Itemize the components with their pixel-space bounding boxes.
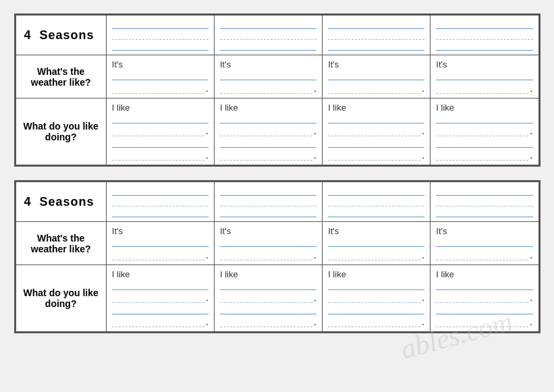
- line: [112, 197, 209, 206]
- line: [112, 318, 204, 327]
- line: [112, 281, 209, 290]
- weather2-col2: It's .: [214, 222, 322, 265]
- period: .: [206, 250, 209, 260]
- doing-col3: I like . .: [323, 99, 431, 165]
- season-header2-col1: [106, 182, 214, 222]
- prefix-text: I like: [220, 269, 316, 279]
- prefix-text: It's: [112, 226, 209, 236]
- season-header-col3: [323, 16, 431, 55]
- line: [112, 114, 209, 123]
- doing-col2: I like . .: [214, 99, 322, 165]
- period: .: [422, 125, 424, 136]
- line: [220, 151, 312, 161]
- line: [220, 251, 312, 260]
- line: [112, 30, 209, 40]
- line: [436, 41, 532, 51]
- period: .: [314, 316, 316, 327]
- title-text-1: Seasons: [40, 28, 94, 42]
- title-row-2: 4 Seasons: [16, 182, 538, 222]
- prefix-text: I like: [328, 103, 424, 113]
- weather-col3: It's .: [323, 55, 431, 99]
- line: [112, 293, 204, 303]
- period: .: [206, 316, 209, 327]
- worksheet-1: 4 Seasons: [14, 13, 541, 167]
- line: [220, 293, 312, 303]
- line: [220, 208, 316, 217]
- period: .: [422, 250, 424, 260]
- line: [328, 71, 424, 80]
- doing2-col3: I like . .: [323, 265, 431, 332]
- doing2-col2: I like . .: [214, 265, 322, 332]
- line: [112, 208, 209, 217]
- line: [220, 318, 312, 327]
- line: [436, 293, 528, 303]
- line: [436, 305, 532, 314]
- line: [328, 41, 424, 51]
- line: [328, 20, 424, 29]
- period: .: [314, 83, 316, 94]
- period: .: [530, 250, 532, 260]
- period: .: [422, 83, 424, 94]
- line: [112, 151, 204, 161]
- prefix-text: It's: [328, 226, 424, 236]
- line: [112, 71, 209, 80]
- line: [220, 41, 316, 51]
- title-cell-2: 4 Seasons: [16, 182, 106, 222]
- season-header-col2: [214, 16, 322, 55]
- prefix-text: It's: [112, 59, 209, 69]
- line: [328, 114, 424, 123]
- line: [220, 138, 316, 148]
- line: [436, 151, 528, 161]
- doing2-col1: I like . .: [106, 265, 214, 332]
- title-cell-1: 4 Seasons: [16, 16, 106, 55]
- prefix-text: It's: [220, 59, 316, 69]
- period: .: [206, 292, 209, 303]
- line: [328, 186, 424, 196]
- title-number-1: 4: [24, 28, 32, 42]
- line: [436, 114, 532, 123]
- line: [328, 197, 424, 206]
- period: .: [314, 125, 316, 136]
- period: .: [314, 250, 316, 260]
- line: [328, 127, 420, 136]
- weather2-col3: It's .: [323, 222, 431, 265]
- line: [328, 305, 424, 314]
- line: [220, 84, 312, 94]
- weather-label-2: What's the weather like?: [16, 222, 106, 265]
- prefix-text: I like: [112, 103, 209, 113]
- line: [328, 151, 420, 161]
- period: .: [314, 150, 316, 161]
- season-header2-col3: [323, 182, 431, 222]
- season-header-col4: [431, 16, 538, 55]
- line: [436, 20, 532, 29]
- line: [436, 30, 532, 40]
- title-number-2: 4: [24, 195, 32, 208]
- line: [112, 84, 204, 94]
- prefix-text: It's: [436, 59, 532, 69]
- line: [220, 197, 316, 206]
- season-header2-col4: [431, 182, 538, 222]
- line: [112, 138, 209, 148]
- weather-col2: It's .: [214, 55, 322, 99]
- line: [328, 30, 424, 40]
- line: [436, 318, 528, 327]
- weather-col4: It's .: [431, 55, 538, 99]
- prefix-text: I like: [436, 103, 532, 113]
- title-text-2: Seasons: [40, 195, 94, 208]
- line: [436, 186, 532, 196]
- period: .: [422, 150, 424, 161]
- line: [220, 114, 316, 123]
- line: [328, 318, 420, 327]
- line: [436, 127, 528, 136]
- doing-label-1: What do you like doing?: [16, 99, 106, 165]
- line: [436, 84, 528, 94]
- line: [220, 186, 316, 196]
- line: [436, 251, 528, 260]
- line: [112, 305, 209, 314]
- line: [220, 127, 312, 136]
- line: [436, 281, 532, 290]
- line: [436, 71, 532, 80]
- line: [220, 281, 316, 290]
- doing-col4: I like . .: [431, 99, 538, 165]
- line: [328, 251, 420, 260]
